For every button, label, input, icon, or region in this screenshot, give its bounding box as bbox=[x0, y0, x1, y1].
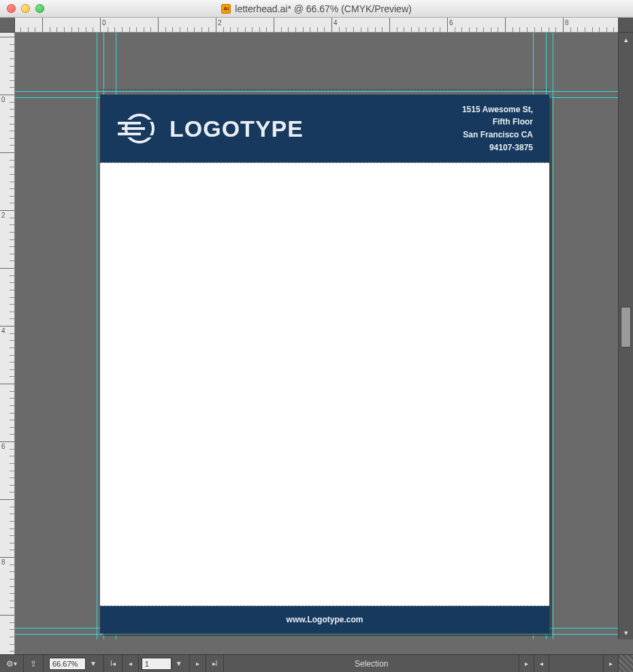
ruler-label: 4 bbox=[334, 19, 338, 27]
svg-rect-4 bbox=[116, 120, 159, 122]
artboard-nav-next[interactable]: ▸ bbox=[190, 655, 206, 672]
hscroll-right[interactable]: ▸ bbox=[603, 655, 618, 672]
ruler-label: 8 bbox=[565, 19, 569, 27]
hscroll-track[interactable] bbox=[549, 655, 603, 672]
scroll-track[interactable] bbox=[619, 46, 633, 626]
ruler-label: 0 bbox=[1, 96, 5, 103]
letterhead-header: LOGOTYPE 1515 Awesome St, Fifth Floor Sa… bbox=[100, 95, 549, 163]
current-tool-readout[interactable]: Selection bbox=[224, 659, 519, 669]
svg-rect-2 bbox=[122, 127, 145, 130]
minimize-window-button[interactable] bbox=[21, 4, 30, 13]
artboard[interactable]: LOGOTYPE 1515 Awesome St, Fifth Floor Sa… bbox=[100, 95, 549, 633]
scroll-up-arrow-icon[interactable]: ▴ bbox=[619, 33, 633, 46]
guide-vertical[interactable] bbox=[553, 33, 553, 639]
letterhead-address: 1515 Awesome St, Fifth Floor San Francis… bbox=[462, 103, 533, 154]
current-tool-label: Selection bbox=[355, 659, 388, 669]
logo-mark-icon bbox=[116, 112, 159, 145]
bleed-line bbox=[100, 89, 549, 90]
chevron-right-icon: ▸ bbox=[525, 660, 528, 667]
resize-grip-icon[interactable] bbox=[618, 655, 633, 672]
artboard-number-field[interactable]: 1 ▼ bbox=[139, 655, 190, 672]
guide-vertical[interactable] bbox=[97, 33, 97, 639]
artboard-number-value[interactable]: 1 bbox=[142, 658, 172, 670]
hscroll-left[interactable]: ◂ bbox=[534, 655, 549, 672]
address-line: San Francisco CA bbox=[462, 129, 533, 141]
canvas[interactable]: LOGOTYPE 1515 Awesome St, Fifth Floor Sa… bbox=[15, 33, 618, 639]
address-line: 1515 Awesome St, bbox=[462, 103, 533, 116]
chevron-down-icon[interactable]: ▼ bbox=[172, 660, 186, 667]
status-bar: ⚙▾ ⇪ 66.67% ▼ I◂ ◂ 1 ▼ ▸ ▸I Selection ▸ … bbox=[0, 654, 633, 672]
canvas-footer-strip bbox=[15, 639, 618, 654]
guide-horizontal[interactable] bbox=[15, 91, 618, 92]
chevron-down-icon[interactable]: ▼ bbox=[86, 660, 101, 667]
guide-horizontal[interactable] bbox=[15, 634, 618, 635]
window-title: letterhead.ai* @ 66.67% (CMYK/Preview) bbox=[235, 3, 411, 14]
view-options-button[interactable]: ⚙▾ bbox=[0, 655, 24, 672]
last-icon: ▸I bbox=[212, 660, 218, 667]
ruler-label: 6 bbox=[1, 443, 5, 450]
artboard-nav-last[interactable]: ▸I bbox=[206, 655, 225, 672]
artboard-nav-first[interactable]: I◂ bbox=[104, 655, 123, 672]
artboard-nav-prev[interactable]: ◂ bbox=[123, 655, 139, 672]
share-icon: ⇪ bbox=[30, 659, 37, 669]
scroll-right-icon: ▸ bbox=[609, 660, 613, 667]
vertical-ruler[interactable]: 0246810 bbox=[0, 33, 15, 654]
scroll-left-icon: ◂ bbox=[540, 660, 543, 667]
scroll-thumb[interactable] bbox=[621, 307, 631, 348]
chevron-down-icon: ▾ bbox=[14, 660, 17, 667]
window-titlebar: Ai letterhead.ai* @ 66.67% (CMYK/Preview… bbox=[0, 0, 633, 18]
ruler-label: 6 bbox=[449, 19, 453, 27]
horizontal-ruler[interactable]: 0246810 bbox=[15, 18, 618, 33]
svg-rect-1 bbox=[118, 122, 141, 124]
ruler-origin-corner[interactable] bbox=[0, 18, 15, 33]
share-button[interactable]: ⇪ bbox=[24, 655, 44, 672]
document-workarea: 0246810 0246810 ▴ ▾ bbox=[0, 18, 633, 654]
svg-rect-3 bbox=[118, 133, 141, 135]
ruler-label: 8 bbox=[1, 558, 5, 566]
vertical-scrollbar[interactable]: ▴ ▾ bbox=[618, 33, 633, 639]
ruler-label: 2 bbox=[218, 19, 222, 27]
illustrator-file-icon: Ai bbox=[221, 4, 231, 14]
status-popup-arrow[interactable]: ▸ bbox=[519, 655, 534, 672]
traffic-lights bbox=[0, 4, 44, 13]
letterhead-footer: www.Logotype.com bbox=[100, 606, 549, 633]
ruler-label: 0 bbox=[102, 19, 106, 27]
close-window-button[interactable] bbox=[7, 4, 16, 13]
gear-icon: ⚙ bbox=[6, 659, 14, 669]
zoom-level-value[interactable]: 66.67% bbox=[49, 658, 86, 670]
first-icon: I◂ bbox=[110, 660, 116, 667]
zoom-window-button[interactable] bbox=[35, 4, 44, 13]
svg-rect-5 bbox=[116, 135, 159, 137]
ruler-label: 4 bbox=[1, 327, 5, 335]
scroll-corner-top bbox=[618, 18, 633, 33]
footer-url: www.Logotype.com bbox=[287, 615, 363, 624]
address-line: Fifth Floor bbox=[462, 116, 533, 129]
address-line: 94107-3875 bbox=[462, 141, 533, 154]
zoom-level-field[interactable]: 66.67% ▼ bbox=[44, 655, 104, 672]
next-icon: ▸ bbox=[196, 660, 199, 667]
ruler-label: 2 bbox=[1, 212, 5, 219]
prev-icon: ◂ bbox=[129, 660, 132, 667]
scroll-down-arrow-icon[interactable]: ▾ bbox=[619, 626, 633, 639]
logo-lockup: LOGOTYPE bbox=[116, 112, 304, 145]
fold-line bbox=[100, 163, 549, 163]
logo-wordmark: LOGOTYPE bbox=[169, 116, 304, 142]
